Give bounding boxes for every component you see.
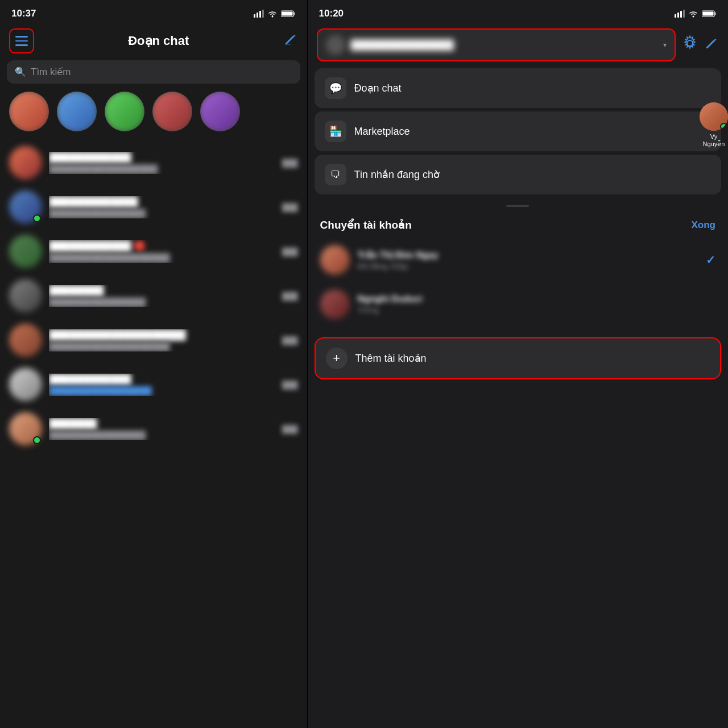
story-item[interactable] xyxy=(105,92,144,131)
svg-rect-8 xyxy=(285,44,291,45)
svg-rect-7 xyxy=(282,12,292,16)
svg-rect-3 xyxy=(262,10,264,18)
chat-preview: ████████████████████ xyxy=(49,253,275,263)
signal-icon xyxy=(254,10,264,18)
account-active-info: Trần Thị Đòn Ngay Đã đăng nhập xyxy=(358,250,698,271)
chat-content: ████████████ █████████████████ xyxy=(49,374,275,396)
chat-time: ███ xyxy=(282,247,298,256)
plus-icon: + xyxy=(326,348,348,369)
chat-content: ████████████████████ ███████████████████… xyxy=(49,329,275,351)
account-list: Trần Thị Đòn Ngay Đã đăng nhập ✓ Ngnghi … xyxy=(308,238,728,326)
svg-rect-12 xyxy=(683,10,685,18)
story-item[interactable] xyxy=(152,92,192,131)
menu-item-doan-chat[interactable]: 💬 Đoạn chat xyxy=(315,68,721,108)
account-secondary-info: Ngnghi Duduci Trống xyxy=(358,294,715,315)
chat-preview: ██████████████████ xyxy=(49,164,275,174)
svg-point-13 xyxy=(693,16,694,18)
active-checkmark: ✓ xyxy=(706,253,715,267)
chat-item[interactable]: ████████████████████ ███████████████████… xyxy=(0,318,307,362)
compose-button-right[interactable] xyxy=(704,36,719,54)
account-item-secondary[interactable]: Ngnghi Duduci Trống xyxy=(315,283,721,326)
chat-preview: ████████████████ xyxy=(49,431,275,440)
chat-time: ███ xyxy=(282,203,298,212)
account-secondary-avatar xyxy=(320,289,350,319)
svg-rect-2 xyxy=(259,11,261,18)
vy-nguyen-avatar xyxy=(700,102,728,131)
right-header: ████████████████ ▾ xyxy=(308,24,728,68)
svg-rect-10 xyxy=(677,13,679,18)
chat-name: ████████ xyxy=(49,285,275,296)
switch-account-header: Chuyển tài khoản Xong xyxy=(308,215,728,238)
menu-item-tin-nhan-label: Tin nhắn đang chờ xyxy=(354,168,440,181)
account-secondary-name: Ngnghi Duduci xyxy=(358,294,715,304)
left-status-bar: 10:37 xyxy=(0,0,307,24)
vy-nguyen-avatar-area: VyNguyễn xyxy=(700,102,728,148)
menu-item-marketplace-label: Marketplace xyxy=(354,126,410,138)
chat-item[interactable]: ███████ ████████████████ ███ xyxy=(0,407,307,451)
chat-item[interactable]: ████████████ 🔴 ████████████████████ ███ xyxy=(0,229,307,274)
menu-item-marketplace[interactable]: 🏪 Marketplace xyxy=(315,111,721,151)
chat-item[interactable]: ████████████ █████████████████ ███ xyxy=(0,362,307,407)
settings-button[interactable] xyxy=(681,35,698,56)
switch-account-title: Chuyển tài khoản xyxy=(320,218,412,231)
account-name: ████████████████ xyxy=(351,40,657,50)
online-indicator xyxy=(33,214,41,222)
account-secondary-sub: Trống xyxy=(358,305,715,315)
left-phone: 10:37 xyxy=(0,0,307,728)
svg-rect-16 xyxy=(703,12,714,16)
chat-item[interactable]: ████████████ ██████████████████ ███ xyxy=(0,140,307,185)
chat-time: ███ xyxy=(282,159,298,167)
chat-name: █████████████ xyxy=(49,196,275,208)
right-wifi-icon xyxy=(688,10,698,18)
chat-time: ███ xyxy=(282,336,298,345)
chat-content: ███████ ████████████████ xyxy=(49,418,275,440)
svg-point-4 xyxy=(271,16,273,18)
account-avatar xyxy=(326,35,345,55)
doan-chat-icon: 💬 xyxy=(325,77,346,99)
search-icon: 🔍 xyxy=(15,67,26,77)
account-item-active[interactable]: Trần Thị Đòn Ngay Đã đăng nhập ✓ xyxy=(315,238,721,282)
account-selector[interactable]: ████████████████ ▾ xyxy=(317,28,676,61)
right-signal-icon xyxy=(675,10,685,18)
chat-item[interactable]: ████████ ████████████████ ███ xyxy=(0,274,307,318)
battery-icon xyxy=(281,10,296,18)
chat-list: ████████████ ██████████████████ ███ ████… xyxy=(0,140,307,728)
svg-rect-1 xyxy=(257,13,258,18)
left-page-title: Đoạn chat xyxy=(128,34,189,48)
chat-name: ████████████ xyxy=(49,374,275,385)
vy-online-indicator xyxy=(720,123,727,130)
right-battery-icon xyxy=(702,10,717,18)
marketplace-icon: 🏪 xyxy=(325,121,346,142)
left-time: 10:37 xyxy=(11,8,36,19)
chat-item[interactable]: █████████████ ████████████████ ███ xyxy=(0,185,307,229)
scroll-indicator xyxy=(506,205,529,207)
chat-content: ████████████ ██████████████████ xyxy=(49,152,275,174)
search-bar[interactable]: 🔍 Tìm kiếm xyxy=(7,60,300,84)
story-item[interactable] xyxy=(57,92,97,131)
svg-rect-0 xyxy=(254,14,255,18)
right-status-icons xyxy=(675,10,717,18)
add-account-button[interactable]: + Thêm tài khoản xyxy=(315,337,721,379)
menu-item-tin-nhan-cho[interactable]: 🗨 Tin nhắn đang chờ xyxy=(315,155,721,195)
story-item[interactable] xyxy=(9,92,49,131)
compose-button-left[interactable] xyxy=(283,32,298,50)
compose-icon-left xyxy=(283,32,298,47)
menu-item-doan-chat-label: Đoạn chat xyxy=(354,82,402,94)
chat-time: ███ xyxy=(282,425,298,433)
story-item[interactable] xyxy=(200,92,240,131)
chat-preview: █████████████████ xyxy=(49,386,275,396)
right-time: 10:20 xyxy=(319,8,344,19)
done-button[interactable]: Xong xyxy=(692,220,716,231)
chat-preview: ████████████████ xyxy=(49,209,275,218)
chat-preview: ████████████████████ xyxy=(49,342,275,351)
chat-content: ████████████ 🔴 ████████████████████ xyxy=(49,240,275,263)
chevron-down-icon: ▾ xyxy=(663,41,667,49)
story-row xyxy=(0,92,307,140)
account-active-avatar xyxy=(320,245,350,275)
hamburger-button[interactable] xyxy=(9,28,34,53)
account-active-name: Trần Thị Đòn Ngay xyxy=(358,250,698,260)
right-phone: 10:20 ████████████████ ▾ xyxy=(308,0,728,728)
chat-time: ███ xyxy=(282,292,298,300)
chat-time: ███ xyxy=(282,380,298,389)
tin-nhan-icon: 🗨 xyxy=(325,164,346,185)
